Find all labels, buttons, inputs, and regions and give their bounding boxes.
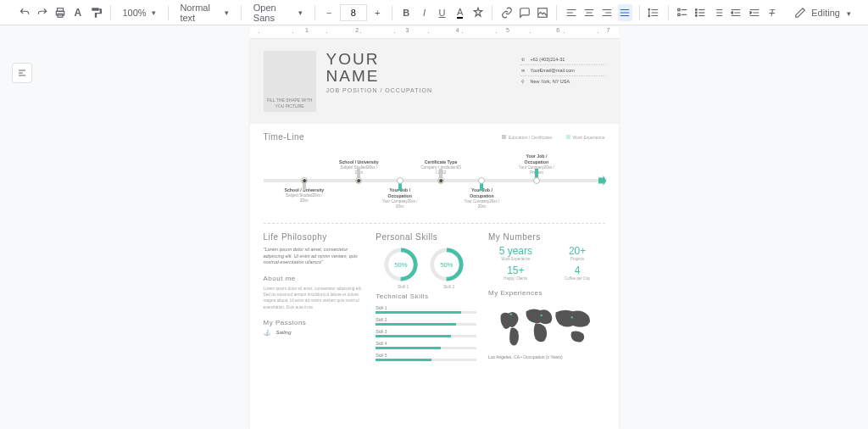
increase-indent-button[interactable] [747, 4, 761, 21]
stat-cell[interactable]: 20+Projects [550, 245, 605, 261]
numbers-grid: 5 yearsWork Experience20+Projects15+Happ… [488, 245, 605, 281]
philosophy-title[interactable]: Life Philosophy [264, 232, 364, 242]
timeline-chart[interactable]: School / UniversitySubject Studied20xx /… [264, 147, 605, 216]
svg-text:50%: 50% [394, 261, 407, 269]
align-left-button[interactable] [564, 4, 578, 21]
passions-title[interactable]: My Passions [264, 319, 364, 326]
underline-button[interactable]: U [435, 4, 449, 21]
print-button[interactable] [53, 4, 67, 21]
ruler-labels: 1234567 [259, 27, 610, 33]
paint-format-button[interactable] [88, 4, 103, 21]
job-title[interactable]: JOB POSITION / OCCUPATION [326, 87, 510, 93]
donut-chart[interactable]: 50%Skill 2 [429, 247, 470, 289]
column-middle: Personal Skills 50%Skill 150%Skill 2 Tec… [376, 232, 476, 365]
styles-value: Normal text [180, 3, 220, 23]
document-page[interactable]: FILL THE SHAPE WITH YOU PICTURE YOUR NAM… [250, 39, 619, 429]
stat-cell[interactable]: 15+Happy Clients [488, 265, 543, 281]
font-size-increase[interactable]: + [370, 4, 385, 21]
font-size-input[interactable] [340, 4, 367, 21]
stat-cell[interactable]: 5 yearsWork Experience [488, 245, 543, 261]
insert-link-button[interactable] [499, 4, 514, 21]
passion-item[interactable]: ⚓Sailing [264, 330, 364, 336]
text-color-button[interactable]: A [453, 4, 467, 21]
svg-point-15 [510, 314, 512, 315]
separator [110, 5, 111, 20]
workspace: 1234567 FILL THE SHAPE WITH YOU PICTURE … [0, 25, 868, 429]
phone-icon: ✆ [520, 57, 526, 62]
timeline-title[interactable]: Time-Line [264, 132, 305, 142]
redo-button[interactable] [35, 4, 49, 21]
toolbar: A 100% Normal text Open Sans − + B I U A… [0, 0, 868, 25]
horizontal-ruler[interactable]: 1234567 [250, 27, 619, 39]
zoom-value: 100% [122, 8, 146, 18]
numbered-list-button[interactable] [711, 4, 726, 21]
about-title[interactable]: About me [264, 275, 364, 282]
technical-skills-title[interactable]: Technical Skills [376, 292, 476, 300]
undo-button[interactable] [17, 4, 31, 21]
separator [492, 5, 492, 20]
highlight-button[interactable] [470, 4, 485, 21]
contact-location[interactable]: ⚲New York, NY USA [520, 76, 605, 86]
numbers-title[interactable]: My Numbers [488, 232, 605, 242]
svg-point-8 [696, 14, 698, 16]
photo-placeholder[interactable]: FILL THE SHAPE WITH YOU PICTURE [264, 51, 316, 112]
skill-row[interactable]: Skill 5 [376, 353, 476, 361]
donut-chart[interactable]: 50%Skill 1 [383, 247, 424, 289]
contact-email[interactable]: ✉YourEmail@mail.com [520, 65, 605, 76]
stat-cell[interactable]: 4Coffee per Day [550, 265, 605, 281]
bulleted-list-button[interactable] [693, 4, 708, 21]
editing-mode-label: Editing [811, 8, 840, 18]
name-block: YOUR NAME JOB POSITION / OCCUPATION [326, 51, 510, 112]
separator [639, 5, 640, 20]
separator [392, 5, 392, 20]
add-comment-button[interactable] [517, 4, 531, 21]
font-dropdown[interactable]: Open Sans [248, 3, 308, 23]
resume-body: Time-Line Education / Certificates Work … [250, 124, 619, 373]
separator [668, 5, 669, 20]
skill-row[interactable]: Skill 1 [376, 305, 476, 314]
experiences-title[interactable]: My Experiences [488, 289, 605, 297]
checklist-button[interactable] [676, 4, 690, 21]
svg-point-17 [571, 316, 573, 318]
align-center-button[interactable] [581, 4, 596, 21]
align-right-button[interactable] [600, 4, 615, 21]
about-text[interactable]: Lorem ipsum dolor sit amet, consectetur … [264, 286, 364, 310]
line-spacing-button[interactable] [647, 4, 661, 21]
name-line-1[interactable]: YOUR [326, 51, 510, 68]
spellcheck-button[interactable]: A [70, 4, 85, 21]
insert-image-button[interactable] [535, 4, 549, 21]
resume-header: FILL THE SHAPE WITH YOU PICTURE YOUR NAM… [250, 39, 619, 124]
clear-formatting-button[interactable]: T [765, 4, 779, 21]
skill-row[interactable]: Skill 4 [376, 341, 476, 349]
column-left: Life Philosophy "Lorem ipsum dolor sit a… [264, 232, 364, 365]
font-value: Open Sans [253, 3, 293, 23]
skill-row[interactable]: Skill 3 [376, 329, 476, 337]
svg-point-6 [696, 8, 698, 10]
bold-button[interactable]: B [399, 4, 414, 21]
legend-edu-label: Education / Certificates [509, 135, 552, 140]
photo-placeholder-text: FILL THE SHAPE WITH YOU PICTURE [267, 98, 313, 109]
styles-dropdown[interactable]: Normal text [175, 3, 234, 23]
italic-button[interactable]: I [417, 4, 431, 21]
experience-caption[interactable]: Los Angeles, CA • Occupation (x Years) [488, 354, 605, 359]
svg-rect-4 [678, 8, 680, 10]
world-map[interactable] [488, 300, 605, 351]
separator [556, 5, 557, 20]
font-size-decrease[interactable]: − [322, 4, 337, 21]
personal-skills-title[interactable]: Personal Skills [376, 232, 476, 242]
contact-value: +61 (403)214-31 [531, 57, 565, 62]
anchor-icon: ⚓ [264, 330, 270, 336]
philosophy-quote[interactable]: "Lorem ipsum dolor sit amet, consectetur… [264, 247, 364, 266]
skill-row[interactable]: Skill 2 [376, 317, 476, 326]
zoom-dropdown[interactable]: 100% [117, 3, 160, 23]
show-outline-button[interactable] [12, 63, 32, 83]
svg-point-7 [696, 12, 698, 14]
columns-row: Life Philosophy "Lorem ipsum dolor sit a… [264, 232, 605, 365]
editing-mode-button[interactable]: Editing [786, 7, 860, 19]
align-justify-button[interactable] [618, 4, 632, 21]
name-line-2[interactable]: NAME [326, 68, 510, 85]
email-icon: ✉ [520, 68, 526, 73]
contact-phone[interactable]: ✆+61 (403)214-31 [520, 54, 605, 65]
decrease-indent-button[interactable] [729, 4, 743, 21]
chevron-down-icon [845, 8, 851, 18]
